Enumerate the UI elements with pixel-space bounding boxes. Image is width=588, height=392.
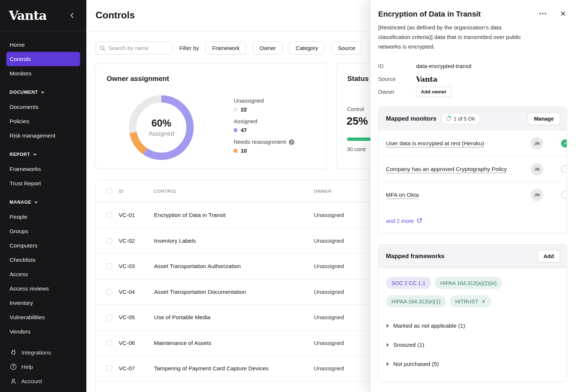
sidebar-item-trust-report[interactable]: Trust Report (6, 176, 80, 190)
table-row-vc-04[interactable]: VC-04Asset Transportation DocumentationU… (96, 279, 397, 305)
row-checkbox[interactable] (106, 340, 112, 346)
sidebar-footer-account[interactable]: Account (0, 374, 86, 388)
manage-monitors-button[interactable]: Manage (528, 113, 560, 125)
filter-button-category[interactable]: Category (289, 42, 325, 54)
sidebar-item-documents[interactable]: Documents (6, 100, 80, 114)
sidebar-section-manage[interactable]: MANAGE (0, 195, 86, 210)
sidebar-header: Vanta (0, 0, 86, 32)
framework-tag-soc-2-cc-1-1[interactable]: SOC 2 CC 1.1 (386, 277, 431, 289)
table-row-vc-02[interactable]: VC-02Inventory LabelsUnassigned (96, 228, 397, 254)
monitors-ok-badge: 1 of 5 OK (441, 113, 480, 124)
sidebar-item-computers[interactable]: Computers (6, 238, 80, 253)
table-row-vc-05[interactable]: VC-05Use of Portable MediaUnassigned (96, 305, 397, 331)
framework-tag-hipaa-164-312-e-1[interactable]: HIPAA 164.312(e)(1) (386, 295, 446, 307)
monitor-link[interactable]: User data is encrypted at rest (Heroku) (386, 140, 484, 147)
monitor-rows: User data is encrypted at rest (Heroku)J… (379, 131, 567, 208)
sidebar-item-vendors[interactable]: Vendors (6, 324, 80, 339)
sidebar-item-checklists[interactable]: Checklists (6, 253, 80, 267)
sidebar-collapse-button[interactable] (69, 12, 76, 19)
framework-tag-hitrust[interactable]: HITRUST✕ (450, 295, 491, 307)
sidebar-item-monitors[interactable]: Monitors (6, 66, 80, 81)
source-vanta-logo: Vanta (416, 75, 437, 83)
legend-entry-assigned: Assigned47 (234, 118, 294, 133)
row-checkbox[interactable] (106, 212, 112, 218)
mapped-monitors-title: Mapped monitors (386, 115, 437, 122)
row-checkbox[interactable] (106, 366, 112, 371)
select-all-checkbox[interactable] (106, 188, 112, 194)
table-row-vc-01[interactable]: VC-01Encryption of Data in TransitUnassi… (96, 203, 397, 228)
row-checkbox[interactable] (106, 314, 112, 320)
sidebar-item-people[interactable]: People (6, 210, 80, 224)
cell-control: Tampering of Payment Card Capture Device… (154, 365, 269, 372)
close-icon[interactable]: ✕ (558, 9, 568, 18)
legend-entry-needs-reassignment: Needs reassignmenti10 (234, 139, 294, 154)
sidebar-item-policies[interactable]: Policies (6, 114, 80, 128)
row-checkbox[interactable] (106, 289, 112, 295)
sidebar-item-inventory[interactable]: Inventory (6, 296, 80, 310)
sidebar-item-frameworks[interactable]: Frameworks (6, 162, 80, 176)
sidebar-footer-help[interactable]: ?Help (0, 360, 86, 374)
filter-button-source[interactable]: Source (331, 42, 362, 54)
monitor-row-user-data-is-encrypted-at-rest: User data is encrypted at rest (Heroku)J… (379, 131, 567, 156)
framework-groups: Marked as not applicable (1)Snoozed (1)N… (379, 316, 567, 374)
controls-table: ID CONTROL OWNER VC-01Encryption of Data… (96, 179, 397, 392)
legend-value-row: 47 (234, 127, 294, 133)
legend-count: 10 (241, 147, 247, 154)
remove-tag-icon[interactable]: ✕ (481, 299, 485, 304)
row-checkbox[interactable] (106, 263, 112, 269)
cell-control: Use of Portable Media (154, 314, 210, 321)
status-empty-icon (561, 191, 567, 199)
filter-button-framework[interactable]: Framework (205, 42, 246, 54)
sidebar-item-access[interactable]: Access (6, 267, 80, 281)
column-header-owner: OWNER (314, 180, 332, 203)
add-owner-button[interactable]: Add owner (416, 87, 451, 97)
owner-assignment-title: Owner assignment (107, 75, 169, 83)
control-detail-panel: Encryption of Data in Transit ••• ✕ [Res… (370, 0, 588, 392)
filter-button-owner[interactable]: Owner (253, 42, 282, 54)
chevron-right-icon (387, 343, 389, 347)
table-row-vc-07[interactable]: VC-07Tampering of Payment Card Capture D… (96, 356, 397, 382)
table-row-vc-03[interactable]: VC-03Asset Transportation AuthorizationU… (96, 254, 397, 279)
monitor-link[interactable]: Company has an approved Cryptography Pol… (386, 166, 507, 172)
chevron-down-icon (33, 154, 37, 156)
row-checkbox[interactable] (106, 238, 112, 244)
cell-id: VC-04 (119, 289, 135, 295)
external-link-icon (417, 218, 422, 224)
sidebar-footer-integrations[interactable]: Integrations (0, 345, 86, 360)
chevron-right-icon (387, 362, 389, 366)
search-box[interactable] (96, 42, 173, 54)
status-footnote: 30 contr (347, 146, 366, 152)
sidebar-item-risk-management[interactable]: Risk management (6, 128, 80, 143)
info-icon[interactable]: i (289, 139, 294, 145)
donut-percentage: 60% (151, 118, 171, 129)
sidebar-item-access-reviews[interactable]: Access reviews (6, 281, 80, 296)
sidebar-section-document[interactable]: DOCUMENT (0, 85, 86, 100)
framework-group-marked-as-not-applicable-1[interactable]: Marked as not applicable (1) (379, 316, 567, 335)
sidebar-item-groups[interactable]: Groups (6, 224, 80, 238)
legend-entry-unassigned: Unassigned22 (234, 97, 294, 113)
source-label: Source (378, 76, 416, 82)
sidebar-item-home[interactable]: Home (6, 38, 80, 52)
page-title: Controls (96, 10, 135, 21)
framework-tag-hipaa-164-312-a-2-iv[interactable]: HIPAA 164.312(a)(2)(iv) (435, 277, 502, 289)
framework-group-snoozed-1[interactable]: Snoozed (1) (379, 335, 567, 354)
framework-group-not-purchased-5[interactable]: Not purchased (5) (379, 354, 567, 374)
search-input[interactable] (108, 45, 169, 51)
monitor-link[interactable]: MFA on Okta (386, 192, 419, 198)
section-label: MANAGE (10, 195, 31, 210)
donut-legend: Unassigned22Assigned47Needs reassignment… (234, 97, 294, 154)
donut-center-label: Assigned (148, 130, 174, 138)
owner-label: Owner (378, 89, 416, 95)
sidebar-section-report[interactable]: REPORT (0, 147, 86, 162)
table-row-vc-06[interactable]: VC-06Maintenance of AssetsUnassigned (96, 331, 397, 356)
monitor-row-mfa-on-okta: MFA on OktaJN (379, 182, 567, 208)
sidebar-item-controls[interactable]: Controls (6, 52, 80, 66)
legend-swatch (234, 149, 237, 153)
mapped-frameworks-card: Mapped frameworks Add SOC 2 CC 1.1HIPAA … (378, 244, 567, 382)
add-framework-button[interactable]: Add (537, 250, 560, 263)
progress-ring-icon (446, 116, 451, 121)
overflow-menu-icon[interactable]: ••• (539, 10, 547, 17)
and-more-link[interactable]: and 2 more (386, 218, 422, 224)
legend-swatch (234, 128, 237, 132)
sidebar-item-vulnerabilities[interactable]: Vulnerabilities (6, 310, 80, 324)
